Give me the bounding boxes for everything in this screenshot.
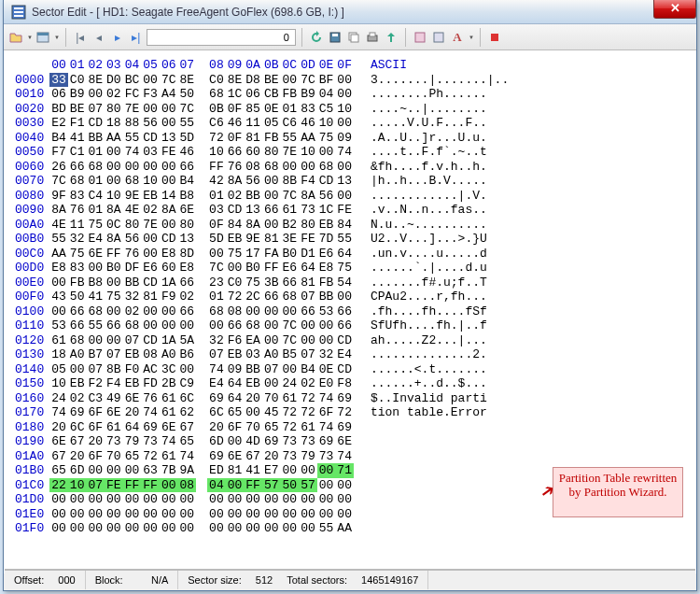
svg-rect-11 [370,33,375,36]
copy-button[interactable] [345,29,362,46]
hex-row[interactable]: 00A04E11750C807E00800F848A00B280EB84N.u.… [13,218,511,233]
hex-row[interactable]: 00B05532E48A5600CD135DEB9E813EFE7D55U2..… [13,232,511,247]
hex-row[interactable]: 015010EBF2F4EBFD2BC9E464EB002402E0F8....… [13,376,511,391]
refresh-button[interactable] [308,29,325,46]
hex-editor-window: Sector Edit - [ HD1: Seagate FreeAgent G… [3,0,697,591]
dropdown-icon[interactable]: ▼ [469,35,474,40]
tool2-button[interactable] [430,29,447,46]
font-button[interactable]: A [449,29,466,46]
hex-row[interactable]: 01206168000007CD1A5A32F6EA007C0000CDah..… [13,333,511,348]
status-offset: Offset: 000 [5,571,86,589]
hex-row[interactable]: 01A067206F7065726174696E672073797374 [13,449,511,464]
hex-row[interactable]: 00F0435041753281F90201722C666807BB00CPAu… [13,290,511,304]
hex-row[interactable]: 013018A0B707EB08A0B607EB03A0B50732E4....… [13,347,511,362]
hex-row[interactable]: 010000666800020000666808000000665366.fh.… [13,304,511,319]
svg-rect-7 [332,34,338,36]
hex-row[interactable]: 00D0E88300B0DFE660E87C00B0FFE664E875....… [13,261,511,276]
hex-row[interactable]: 00707C680100681000B4428A56008BF4CD13|h..… [13,174,511,189]
hex-row[interactable]: 00E000FBB800BBCD1A6623C0753B6681FB54....… [13,276,511,290]
hex-row[interactable]: 01F0000000000000000000000000000055AA [13,521,511,536]
annotation-note: Partition Table rewritten by Partition W… [553,467,683,517]
hex-row[interactable]: 00908A76018A4E028A6E03CD136661731CFE.v..… [13,203,511,218]
hex-row[interactable]: 000033C08ED0BC007C8EC08ED8BE007CBF003...… [13,73,511,88]
svg-rect-15 [491,34,498,41]
titlebar[interactable]: Sector Edit - [ HD1: Seagate FreeAgent G… [4,0,696,24]
status-block: Block: N/A [86,571,179,589]
nav-next-button[interactable]: ▸ [109,29,126,46]
svg-rect-5 [37,33,49,35]
dropdown-icon[interactable]: ▼ [27,35,33,40]
svg-rect-13 [415,33,425,42]
hex-row[interactable]: 01906E672073797374656D004D697373696E [13,434,511,449]
stop-button[interactable] [486,29,503,46]
svg-rect-3 [14,15,23,17]
hex-row[interactable]: 00C0AA756EFF7600E88D007517FAB0D1E664.un.… [13,247,511,262]
hex-row[interactable]: 0040B441BBAA55CD135D720F81FB55AA7509.A..… [13,131,511,146]
hex-row[interactable]: 017074696F6E207461626C65004572726F72tion… [13,405,511,420]
export-button[interactable] [383,29,399,46]
status-sector-size: Sector size: 512 Total sectors: 14651491… [178,571,428,589]
hex-row[interactable]: 01B0656D000000637B9AED8141E700000071 [13,463,511,478]
hex-row[interactable]: 01E000000000000000000000000000000000 [13,507,511,522]
tool1-button[interactable] [412,29,428,46]
view-button[interactable] [35,29,51,46]
hex-row[interactable]: 0030E2F1CD1888560055C6461105C6461000....… [13,116,511,131]
nav-last-button[interactable]: ▸| [128,29,145,46]
hex-row[interactable]: 01C0221007FEFFFF00080400FF5750570000 [13,478,511,493]
svg-rect-14 [434,33,443,42]
dropdown-icon[interactable]: ▼ [54,35,60,40]
hex-row[interactable]: 01D000000000000000000000000000000000 [13,492,511,507]
toolbar: ▼ ▼ |◂ ◂ ▸ ▸| A▼ [4,24,696,50]
svg-rect-9 [351,35,358,42]
hex-row[interactable]: 01602402C3496E76616C6964207061727469$..I… [13,391,511,406]
print-button[interactable] [364,29,381,46]
statusbar: Offset: 000 Block: N/A Sector size: 512 … [5,569,695,589]
nav-prev-button[interactable]: ◂ [91,29,107,46]
close-button[interactable]: ✕ [653,0,696,19]
open-button[interactable] [7,29,24,46]
svg-rect-1 [14,7,23,9]
hex-row[interactable]: 01400500078BF0AC3C007409BB0700B40ECD....… [13,362,511,377]
hex-row[interactable]: 0020BDBE07807E00007C0B0F850E0183C510....… [13,102,511,117]
svg-rect-2 [14,11,23,13]
hex-row[interactable]: 01105366556668000000006668007C000066SfUf… [13,318,511,333]
svg-marker-12 [387,33,395,42]
hex-row[interactable]: 00602666680000000066FF76086800006800&fh.… [13,160,511,175]
nav-first-button[interactable]: |◂ [72,29,89,46]
hex-row[interactable]: 0180206C6F6164696E67206F706572617469 [13,420,511,435]
window-title: Sector Edit - [ HD1: Seagate FreeAgent G… [32,6,344,19]
sector-input[interactable] [147,29,296,46]
save-button[interactable] [327,29,343,46]
hex-row[interactable]: 001006B90002FCF3A450681C06CBFBB90400....… [13,87,511,102]
hex-row[interactable]: 0050F7C101007403FE46106660807E100074....… [13,145,511,160]
hex-row[interactable]: 00809F83C4109EEB14B80102BB007C8A5600....… [13,189,511,204]
app-icon [11,5,26,20]
